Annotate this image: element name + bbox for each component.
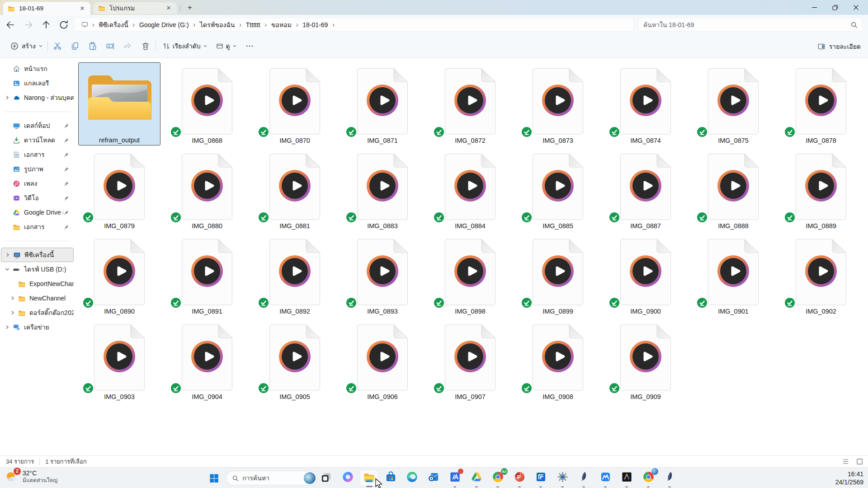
sidebar-item[interactable]: ดอร์สติ๊กต๊อก2026 bbox=[1, 305, 74, 320]
start-button[interactable] bbox=[205, 469, 223, 487]
chevron-right-icon[interactable] bbox=[5, 324, 10, 330]
task-view-taskbar-icon[interactable] bbox=[317, 470, 335, 486]
tab-close-icon[interactable]: ✕ bbox=[165, 5, 172, 12]
sidebar-item[interactable]: วิดีโอ bbox=[1, 191, 74, 205]
share-button[interactable] bbox=[119, 38, 137, 54]
chrome-taskbar-icon[interactable]: SJ bbox=[489, 470, 507, 486]
back-button[interactable] bbox=[5, 19, 16, 30]
quill-app-2-taskbar-icon[interactable] bbox=[660, 470, 679, 486]
video-file-item[interactable]: IMG_0875 bbox=[692, 62, 774, 145]
video-file-item[interactable]: IMG_0909 bbox=[604, 319, 687, 402]
video-file-item[interactable]: IMG_0904 bbox=[166, 319, 248, 402]
minimize-button[interactable] bbox=[804, 0, 825, 14]
video-file-item[interactable]: IMG_0890 bbox=[78, 233, 160, 316]
video-file-item[interactable]: IMG_0881 bbox=[254, 148, 336, 231]
outlook-taskbar-icon[interactable] bbox=[425, 470, 443, 486]
video-file-item[interactable]: IMG_0879 bbox=[78, 148, 160, 231]
powerpoint-taskbar-icon[interactable] bbox=[510, 470, 528, 486]
video-file-item[interactable]: IMG_0870 bbox=[254, 62, 336, 145]
sidebar-item[interactable]: เดสก์ท็อป bbox=[1, 118, 74, 133]
sidebar-item[interactable]: NewChannel bbox=[1, 291, 74, 305]
sort-button[interactable]: เรียงลำดับ bbox=[158, 38, 212, 54]
tab-close-icon[interactable]: ✕ bbox=[79, 5, 86, 12]
breadcrumb-item[interactable]: พีซีเครื่องนี้ bbox=[96, 20, 131, 30]
maximize-button[interactable] bbox=[825, 0, 845, 14]
breadcrumb-item[interactable]: ไดรฟ์ของฉัน bbox=[197, 20, 238, 30]
more-button[interactable] bbox=[241, 38, 259, 54]
edge-taskbar-icon[interactable] bbox=[403, 470, 421, 486]
video-file-item[interactable]: IMG_0901 bbox=[692, 233, 774, 316]
up-button[interactable] bbox=[41, 19, 52, 30]
sidebar-item[interactable]: Narong - ส่วนบุคคล bbox=[1, 90, 74, 105]
video-file-item[interactable]: IMG_0888 bbox=[692, 148, 774, 231]
forward-button[interactable] bbox=[23, 19, 34, 30]
details-pane-button[interactable]: รายละเอียด bbox=[817, 38, 861, 55]
settings-taskbar-icon[interactable] bbox=[553, 470, 571, 486]
details-view-toggle[interactable] bbox=[842, 458, 849, 465]
video-file-item[interactable]: IMG_0898 bbox=[429, 233, 511, 316]
breadcrumb-item[interactable]: Ttttttt bbox=[243, 21, 263, 28]
search-icon[interactable] bbox=[850, 21, 858, 28]
cut-button[interactable] bbox=[49, 38, 66, 54]
new-button[interactable]: สร้าง bbox=[6, 38, 47, 54]
chrome-globe-taskbar-icon[interactable] bbox=[639, 470, 657, 486]
video-file-item[interactable]: IMG_0891 bbox=[166, 233, 248, 316]
m-app-taskbar-icon[interactable] bbox=[596, 470, 614, 486]
sidebar-item[interactable]: เพลง bbox=[1, 176, 74, 191]
address-bar[interactable]: › พีซีเครื่องนี้›Google Drive (G:)›ไดรฟ์… bbox=[74, 18, 634, 32]
video-file-item[interactable]: IMG_0880 bbox=[166, 148, 248, 231]
video-file-item[interactable]: IMG_0906 bbox=[341, 319, 424, 402]
weather-widget[interactable]: 2 32°C มีแดดส่วนใหญ่ bbox=[5, 469, 58, 484]
video-file-item[interactable]: IMG_0899 bbox=[517, 233, 599, 316]
sidebar-item[interactable]: หน้าแรก bbox=[1, 61, 74, 76]
sidebar-item[interactable]: เอกสาร bbox=[1, 147, 74, 162]
video-file-item[interactable]: IMG_0868 bbox=[166, 62, 248, 145]
sidebar-item[interactable]: แกลเลอรี bbox=[1, 76, 74, 90]
breadcrumb-chevron-icon[interactable]: › bbox=[237, 20, 243, 29]
chevron-right-icon[interactable] bbox=[5, 95, 10, 100]
sidebar-item[interactable]: Google Drive (G: bbox=[1, 205, 74, 220]
close-button[interactable] bbox=[845, 0, 866, 14]
thumbnail-view-toggle[interactable] bbox=[856, 458, 863, 465]
sidebar-item[interactable]: ExportNewChanel bbox=[1, 277, 74, 291]
breadcrumb-item[interactable]: ขอหอม bbox=[269, 20, 294, 30]
sidebar-item[interactable]: รูปภาพ bbox=[1, 162, 74, 176]
taskbar-search[interactable]: การค้นหา bbox=[226, 471, 317, 485]
search-input[interactable] bbox=[643, 21, 850, 28]
video-file-item[interactable]: IMG_0889 bbox=[780, 148, 862, 231]
sidebar-item[interactable]: ดาวน์โหลด bbox=[1, 133, 74, 147]
breadcrumb-item[interactable]: Google Drive (G:) bbox=[137, 21, 192, 28]
video-file-item[interactable]: IMG_0905 bbox=[254, 319, 336, 402]
a-app-taskbar-icon[interactable] bbox=[618, 470, 636, 486]
chevron-right-icon[interactable] bbox=[10, 296, 15, 301]
new-tab-button[interactable]: + bbox=[184, 2, 196, 13]
video-file-item[interactable]: IMG_0892 bbox=[254, 233, 336, 316]
taskbar-clock[interactable]: 16:41 24/1/2569 bbox=[835, 470, 863, 486]
copilot-taskbar-icon[interactable] bbox=[339, 470, 357, 486]
breadcrumb-chevron-icon[interactable]: › bbox=[330, 20, 336, 29]
breadcrumb-chevron-icon[interactable]: › bbox=[263, 20, 269, 29]
video-file-item[interactable]: IMG_0893 bbox=[341, 233, 424, 316]
video-file-item[interactable]: IMG_0873 bbox=[517, 62, 599, 145]
tab-program[interactable]: โปรแกรม ✕ bbox=[94, 2, 177, 14]
rename-button[interactable]: A bbox=[102, 38, 119, 54]
microsoft-store-taskbar-icon[interactable] bbox=[382, 470, 400, 486]
breadcrumb-chevron-icon[interactable]: › bbox=[192, 20, 197, 29]
breadcrumb-chevron-icon[interactable]: › bbox=[294, 20, 300, 29]
sidebar-item[interactable]: เครือข่าย bbox=[1, 320, 74, 334]
refresh-button[interactable] bbox=[58, 19, 69, 30]
video-file-item[interactable]: IMG_0887 bbox=[604, 148, 687, 231]
video-file-item[interactable]: IMG_0900 bbox=[604, 233, 687, 316]
google-drive-taskbar-icon[interactable] bbox=[467, 470, 486, 486]
breadcrumb-chevron-icon[interactable]: › bbox=[131, 20, 137, 29]
video-file-item[interactable]: IMG_0878 bbox=[780, 62, 862, 145]
sidebar-item[interactable]: ไดรฟ์ USB (D:) bbox=[1, 262, 74, 277]
design-app-taskbar-icon[interactable] bbox=[446, 470, 464, 486]
copy-button[interactable] bbox=[66, 38, 84, 54]
view-button[interactable]: ดู bbox=[212, 38, 241, 54]
chevron-right-icon[interactable] bbox=[5, 252, 10, 258]
search-box[interactable] bbox=[638, 18, 863, 32]
video-file-item[interactable]: IMG_0885 bbox=[517, 148, 599, 231]
sidebar-item[interactable]: เอกสาร bbox=[1, 220, 74, 234]
video-file-item[interactable]: IMG_0871 bbox=[341, 62, 424, 145]
